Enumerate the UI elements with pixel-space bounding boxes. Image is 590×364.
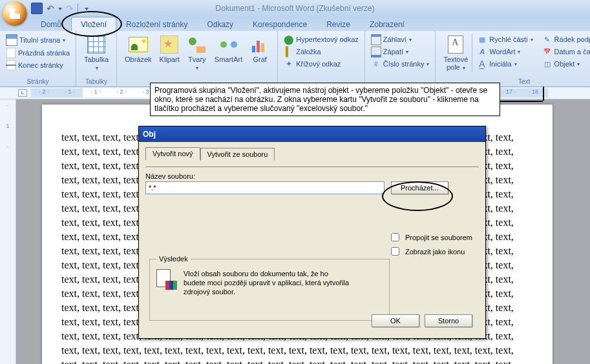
chart-icon bbox=[252, 37, 268, 52]
quick-parts-button[interactable]: ▦ Rychlé části▾ bbox=[475, 34, 534, 45]
footer-icon bbox=[371, 46, 381, 57]
signature-icon: ✎ bbox=[542, 34, 553, 45]
date-time-icon: 📅 bbox=[542, 46, 553, 57]
ribbon: Titulní strana▾ Prázdná stránka Konec st… bbox=[0, 31, 590, 87]
shapes-icon bbox=[189, 36, 205, 53]
blank-page-icon bbox=[6, 48, 16, 58]
crossref-button[interactable]: ✦ Křížový odkaz bbox=[282, 58, 361, 70]
crossref-icon: ✦ bbox=[284, 59, 294, 69]
dialog-title: Obj bbox=[139, 126, 485, 142]
blank-page-button[interactable]: Prázdná stránka bbox=[4, 47, 72, 59]
hyperlink-button[interactable]: ⬤ Hypertextový odkaz bbox=[282, 34, 361, 45]
object-dialog: Obj Vytvořit nový Vytvořit ze souboru Ná… bbox=[138, 126, 486, 339]
group-pages: Titulní strana▾ Prázdná stránka Konec st… bbox=[0, 31, 76, 86]
group-links: ⬤ Hypertextový odkaz ▍ Záložka ✦ Křížový… bbox=[278, 31, 365, 86]
vertical-ruler: ·1· bbox=[0, 99, 16, 364]
hyperlink-icon: ⬤ bbox=[284, 34, 294, 45]
page-number-icon: # bbox=[371, 59, 381, 69]
signature-line-button[interactable]: ✎ Řádek podpisu▾ bbox=[540, 34, 590, 45]
tab-view[interactable]: Zobrazení bbox=[360, 17, 414, 31]
tab-insert[interactable]: Vložení bbox=[71, 17, 116, 31]
display-as-icon-checkbox[interactable]: Zobrazit jako ikonu bbox=[388, 245, 472, 258]
group-header-footer: Záhlaví▾ Zápatí▾ # Číslo stránky▾ bbox=[365, 31, 436, 86]
title-bar: ↶ ↷ Dokument1 - Microsoft Word (Zkušební… bbox=[0, 0, 590, 17]
window-title: Dokument1 - Microsoft Word (Zkušební ver… bbox=[216, 4, 375, 13]
clipart-icon bbox=[160, 35, 178, 54]
result-frame: Výsledek Vloží obsah souboru do dokument… bbox=[149, 255, 390, 321]
browse-button[interactable]: Procházet... bbox=[391, 181, 448, 194]
smartart-icon bbox=[220, 36, 237, 53]
link-to-file-checkbox[interactable]: Propojit se souborem bbox=[388, 231, 472, 243]
header-button[interactable]: Záhlaví▾ bbox=[369, 34, 432, 45]
header-icon bbox=[371, 34, 381, 45]
object-icon: ◫ bbox=[542, 59, 553, 69]
table-button[interactable]: Tabulka▾ bbox=[80, 34, 112, 72]
cover-page-button[interactable]: Titulní strana▾ bbox=[4, 34, 72, 46]
ribbon-tabs: Domů Vložení Rozložení stránky Odkazy Ko… bbox=[0, 17, 590, 31]
tab-create-new[interactable]: Vytvořit nový bbox=[145, 147, 200, 160]
page-break-icon bbox=[6, 60, 16, 70]
dropcap-icon: A̲ bbox=[477, 59, 487, 69]
ok-button[interactable]: OK bbox=[372, 314, 419, 327]
footer-button[interactable]: Zápatí▾ bbox=[369, 46, 432, 57]
cover-page-icon bbox=[6, 34, 17, 46]
shapes-button[interactable]: Tvary▾ bbox=[184, 34, 211, 72]
tab-home[interactable]: Domů bbox=[31, 17, 71, 31]
bookmark-icon: ▍ bbox=[284, 46, 294, 57]
object-button[interactable]: ◫ Objekt▾ bbox=[540, 58, 590, 70]
picture-button[interactable]: Obrázek bbox=[121, 34, 156, 72]
wordart-button[interactable]: A WordArt▾ bbox=[475, 46, 534, 57]
office-button[interactable] bbox=[3, 1, 27, 26]
result-title: Výsledek bbox=[156, 255, 191, 263]
undo-dropdown-icon[interactable] bbox=[58, 8, 62, 10]
redo-icon[interactable]: ↷ bbox=[66, 3, 74, 14]
result-text: Vloží obsah souboru do dokumentu tak, že… bbox=[184, 269, 352, 296]
chart-button[interactable]: Graf bbox=[246, 34, 273, 72]
tab-mailings[interactable]: Korespondence bbox=[243, 17, 317, 31]
tab-layout[interactable]: Rozložení stránky bbox=[116, 17, 197, 31]
cancel-button[interactable]: Storno bbox=[425, 314, 472, 327]
date-time-button[interactable]: 📅 Datum a čas bbox=[540, 46, 590, 57]
result-icon bbox=[156, 269, 177, 290]
filename-input[interactable] bbox=[145, 181, 385, 194]
textbox-icon bbox=[448, 35, 463, 54]
filename-label: Název souboru: bbox=[145, 172, 479, 180]
smartart-button[interactable]: SmartArt bbox=[211, 34, 246, 72]
page-number-button[interactable]: # Číslo stránky▾ bbox=[369, 58, 432, 70]
group-tables: Tabulka▾ Tabulky bbox=[76, 31, 117, 86]
quick-parts-icon: ▦ bbox=[477, 34, 487, 45]
undo-icon[interactable]: ↶ bbox=[47, 3, 54, 14]
group-tables-title: Tabulky bbox=[80, 77, 112, 85]
tab-references[interactable]: Odkazy bbox=[197, 17, 243, 31]
group-pages-title: Stránky bbox=[4, 77, 72, 85]
bookmark-button[interactable]: ▍ Záložka bbox=[282, 46, 361, 57]
group-text: Textovépole ▾ ▦ Rychlé části▾ A WordArt▾… bbox=[436, 31, 590, 86]
dialog-tabs: Vytvořit nový Vytvořit ze souboru bbox=[145, 147, 479, 160]
annotation-callout: Programová skupina "Vložení", aktivujeme… bbox=[150, 83, 500, 116]
qat-customize-icon[interactable] bbox=[85, 8, 89, 10]
picture-icon bbox=[129, 37, 148, 52]
table-icon bbox=[87, 35, 105, 54]
tab-review[interactable]: Revize bbox=[317, 17, 360, 31]
tab-selector-icon[interactable]: L bbox=[18, 89, 27, 97]
tab-insert-label: Vložení bbox=[81, 20, 107, 29]
quick-access-toolbar: ↶ ↷ bbox=[31, 3, 89, 14]
clipart-button[interactable]: Klipart bbox=[156, 34, 184, 72]
save-icon[interactable] bbox=[31, 3, 43, 14]
wordart-icon: A bbox=[477, 46, 487, 57]
tab-create-from-file[interactable]: Vytvořit ze souboru bbox=[200, 148, 275, 161]
page-break-button[interactable]: Konec stránky bbox=[4, 59, 72, 71]
dropcap-button[interactable]: A̲ Iniciála▾ bbox=[475, 58, 534, 70]
textbox-button[interactable]: Textovépole ▾ bbox=[439, 34, 472, 72]
qat-separator bbox=[78, 4, 81, 13]
group-illustrations: Obrázek Klipart Tvary▾ SmartArt Graf bbox=[117, 31, 278, 86]
